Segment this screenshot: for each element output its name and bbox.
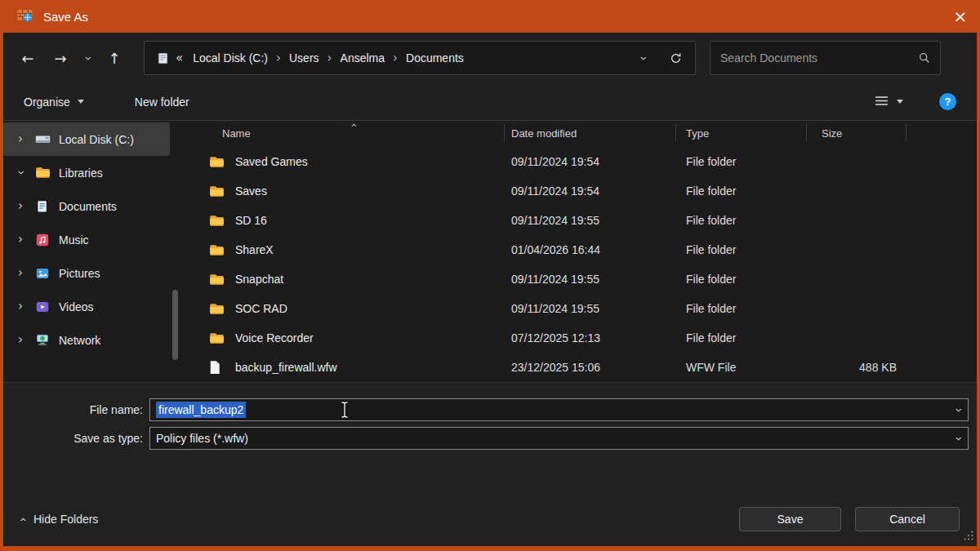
- file-name-input[interactable]: firewall_backup2: [149, 398, 969, 421]
- recent-locations-chevron-icon[interactable]: [77, 43, 98, 73]
- search-icon[interactable]: [919, 52, 930, 64]
- chevron-down-icon: [78, 100, 84, 104]
- file-row[interactable]: ShareX 01/04/2026 16:44 File folder: [185, 235, 977, 264]
- breadcrumb-segment[interactable]: Users: [281, 51, 327, 64]
- file-row[interactable]: backup_firewall.wfw 23/12/2025 15:06 WFW…: [185, 353, 977, 382]
- save-as-type-dropdown-chevron-icon[interactable]: [952, 437, 964, 442]
- close-button[interactable]: ×: [941, 0, 980, 33]
- folder-icon: [209, 244, 225, 256]
- file-row[interactable]: Voice Recorder 07/12/2025 12:13 File fol…: [185, 323, 977, 353]
- file-date-modified: 09/11/2024 19:55: [505, 273, 676, 286]
- file-name-value: firewall_backup2: [156, 402, 246, 418]
- file-row[interactable]: Saves 09/11/2024 19:54 File folder: [185, 176, 977, 206]
- expander-chevron-icon[interactable]: [15, 167, 27, 179]
- sidebar-item-label: Local Disk (C:): [59, 133, 134, 146]
- up-icon[interactable]: [98, 43, 131, 73]
- file-row[interactable]: SOC RAD 09/11/2024 19:55 File folder: [185, 294, 977, 323]
- column-header-type[interactable]: Type: [676, 124, 807, 142]
- save-as-type-select[interactable]: Policy files (*.wfw): [149, 427, 969, 450]
- hide-folders-button[interactable]: Hide Folders: [20, 513, 98, 526]
- bottom-button-strip: Hide Folders Save Cancel: [3, 492, 977, 546]
- file-name-cell: ShareX: [185, 243, 505, 256]
- file-date-modified: 01/04/2026 16:44: [505, 243, 676, 256]
- file-row[interactable]: Snapchat 09/11/2024 19:55 File folder: [185, 264, 977, 294]
- column-header-size[interactable]: Size: [807, 124, 906, 142]
- new-folder-button[interactable]: New folder: [135, 96, 189, 109]
- music-icon: [33, 233, 51, 247]
- sidebar-item-label: Documents: [59, 200, 117, 213]
- file-type: File folder: [676, 243, 807, 256]
- help-icon[interactable]: ?: [939, 93, 956, 110]
- cancel-button[interactable]: Cancel: [855, 507, 960, 531]
- forward-icon[interactable]: [44, 43, 77, 73]
- file-date-modified: 09/11/2024 19:55: [505, 214, 676, 227]
- expander-chevron-icon[interactable]: [15, 133, 26, 145]
- file-name-cell: Voice Recorder: [185, 331, 505, 344]
- save-as-type-label: Save as type:: [3, 432, 143, 445]
- organise-button[interactable]: Organise: [24, 96, 84, 109]
- file-row[interactable]: Saved Games 09/11/2024 19:54 File folder: [185, 147, 977, 176]
- back-icon[interactable]: [11, 43, 44, 73]
- file-name-text: Voice Recorder: [235, 331, 314, 344]
- file-name-cell: Snapchat: [185, 273, 505, 286]
- expander-chevron-icon[interactable]: [15, 267, 26, 279]
- breadcrumb-segment[interactable]: Anselma: [332, 51, 393, 64]
- sidebar-scrollbar[interactable]: [172, 290, 178, 360]
- breadcrumb-segment[interactable]: Local Disk (C:): [185, 51, 276, 64]
- column-header-name[interactable]: Name: [185, 124, 505, 142]
- column-header-date-modified[interactable]: Date modified: [505, 124, 676, 142]
- sidebar-item[interactable]: Music: [3, 223, 170, 256]
- sidebar-list: Local Disk (C:) Libraries Documents Musi…: [3, 122, 185, 357]
- file-name-text: Saved Games: [235, 155, 308, 168]
- sidebar-item[interactable]: Libraries: [3, 156, 170, 189]
- file-name-row: File name: firewall_backup2: [3, 398, 977, 421]
- file-name-cell: backup_firewall.wfw: [185, 360, 505, 375]
- refresh-icon[interactable]: [670, 52, 682, 64]
- file-date-modified: 09/11/2024 19:55: [505, 302, 676, 315]
- expander-chevron-icon[interactable]: [15, 334, 26, 346]
- change-view-button[interactable]: [875, 96, 903, 109]
- expander-chevron-icon[interactable]: [15, 200, 26, 212]
- address-dropdown-chevron-icon[interactable]: [640, 52, 645, 64]
- documents-icon: [33, 200, 51, 213]
- videos-icon: [33, 300, 51, 313]
- window-title: Save As: [43, 10, 88, 24]
- save-as-type-value: Policy files (*.wfw): [156, 432, 248, 445]
- network-icon: [33, 334, 51, 346]
- file-size: 488 KB: [807, 361, 906, 374]
- file-row[interactable]: SD 16 09/11/2024 19:55 File folder: [185, 206, 977, 235]
- file-type: File folder: [676, 155, 807, 168]
- file-type: File folder: [676, 214, 807, 227]
- chevron-down-icon: [897, 100, 903, 104]
- address-bar[interactable]: « Local Disk (C:)UsersAnselmaDocuments: [144, 41, 696, 75]
- expander-chevron-icon[interactable]: [15, 233, 26, 246]
- file-type: File folder: [676, 331, 807, 344]
- file-name-text: backup_firewall.wfw: [235, 361, 337, 374]
- firewall-app-icon: [17, 7, 33, 26]
- disk-icon: [33, 133, 51, 145]
- file-name-cell: Saves: [185, 184, 505, 198]
- search-input[interactable]: [720, 51, 912, 64]
- sidebar-item[interactable]: Pictures: [3, 256, 170, 290]
- breadcrumb-overflow-icon[interactable]: «: [176, 51, 183, 65]
- sidebar-item-label: Videos: [59, 300, 94, 313]
- command-toolbar: Organise New folder ?: [3, 83, 977, 121]
- resize-grip-icon[interactable]: [963, 530, 974, 544]
- pictures-icon: [33, 267, 51, 280]
- main-area: Local Disk (C:) Libraries Documents Musi…: [3, 121, 977, 382]
- sidebar-item[interactable]: Network: [3, 323, 170, 357]
- sidebar-item[interactable]: Videos: [3, 290, 170, 323]
- file-name-text: ShareX: [235, 243, 274, 256]
- sidebar-item-label: Network: [59, 334, 100, 347]
- file-date-modified: 09/11/2024 19:54: [505, 155, 676, 168]
- expander-chevron-icon[interactable]: [15, 300, 26, 313]
- sidebar-item[interactable]: Local Disk (C:): [3, 122, 170, 156]
- hide-folders-label: Hide Folders: [33, 513, 98, 526]
- save-button[interactable]: Save: [739, 507, 841, 531]
- folder-icon: [209, 273, 225, 286]
- sidebar-item[interactable]: Documents: [3, 189, 170, 223]
- folder-icon: [209, 332, 225, 344]
- file-name-dropdown-chevron-icon[interactable]: [952, 408, 964, 413]
- breadcrumb-segment[interactable]: Documents: [398, 51, 472, 64]
- dialog-footer: File name: firewall_backup2 Save as type…: [3, 382, 977, 546]
